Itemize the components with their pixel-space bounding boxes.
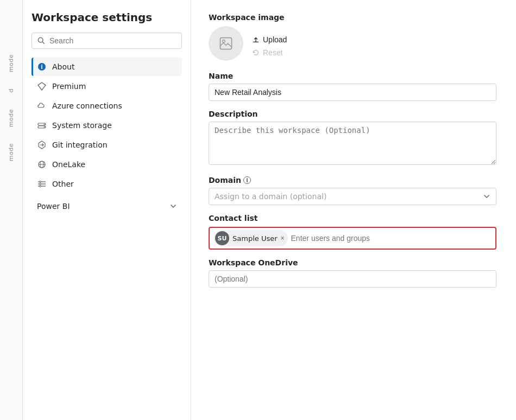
- name-field: Name: [209, 72, 499, 101]
- page-title: Workspace settings: [32, 11, 182, 24]
- nav-sidebar: Workspace settings i About: [23, 0, 191, 420]
- svg-text:i: i: [41, 64, 42, 70]
- chevron-down-icon: [170, 203, 177, 209]
- storage-icon: [37, 120, 47, 130]
- sidebar-label-about: About: [52, 62, 74, 71]
- workspace-image-section: Workspace image: [209, 13, 499, 61]
- workspace-image-placeholder: [209, 26, 243, 61]
- search-icon: [37, 37, 45, 44]
- description-field: Description: [209, 110, 499, 167]
- svg-rect-19: [221, 38, 232, 49]
- main-panel: Workspace settings i About: [23, 0, 516, 420]
- contact-chip: SU Sample User ×: [214, 230, 288, 246]
- sidebar-label-premium: Premium: [52, 82, 86, 91]
- image-actions: Upload Reset: [252, 29, 287, 58]
- sidebar-item-storage[interactable]: System storage: [32, 116, 182, 135]
- domain-info-icon: i: [243, 176, 251, 184]
- left-strip: mode d mode mode: [0, 0, 23, 420]
- onedrive-input[interactable]: [209, 270, 496, 288]
- other-icon: [37, 179, 47, 189]
- onedrive-field: Workspace OneDrive: [209, 258, 499, 288]
- image-icon: [218, 36, 234, 51]
- contact-list-field: Contact list SU Sample User ×: [209, 214, 499, 250]
- search-input[interactable]: [49, 36, 176, 45]
- section-label-powerbi: Power BI: [37, 202, 70, 211]
- svg-marker-4: [38, 82, 46, 90]
- sidebar-label-other: Other: [52, 180, 74, 188]
- description-label: Description: [209, 110, 499, 118]
- sidebar-item-premium[interactable]: Premium: [32, 77, 182, 96]
- description-textarea[interactable]: [209, 122, 496, 165]
- sidebar-label-onelake: OneLake: [52, 160, 85, 169]
- nav-section-powerbi[interactable]: Power BI: [32, 198, 182, 215]
- domain-dropdown[interactable]: Assign to a domain (optional): [209, 188, 496, 205]
- onelake-icon: [37, 160, 47, 169]
- svg-point-8: [44, 126, 45, 128]
- domain-field: Domain i Assign to a domain (optional): [209, 176, 499, 205]
- sidebar-label-azure: Azure connections: [52, 101, 122, 110]
- sidebar-item-onelake[interactable]: OneLake: [32, 155, 182, 174]
- reset-label: Reset: [263, 48, 283, 57]
- search-box[interactable]: [32, 33, 182, 49]
- domain-placeholder: Assign to a domain (optional): [215, 192, 326, 201]
- contact-list-container[interactable]: SU Sample User ×: [209, 227, 496, 250]
- svg-point-18: [40, 186, 41, 187]
- strip-label-2: d: [8, 88, 15, 92]
- contact-remove-button[interactable]: ×: [281, 235, 285, 241]
- sidebar-item-git[interactable]: Git integration: [32, 136, 182, 154]
- svg-line-1: [42, 42, 44, 43]
- upload-button[interactable]: Upload: [252, 34, 287, 45]
- diamond-icon: [37, 81, 47, 91]
- svg-point-20: [223, 40, 225, 43]
- sidebar-label-storage: System storage: [52, 121, 112, 130]
- strip-label-4: mode: [8, 143, 15, 161]
- upload-label: Upload: [263, 35, 287, 44]
- chevron-down-icon: [483, 193, 490, 200]
- cloud-icon: [37, 101, 47, 111]
- reset-button[interactable]: Reset: [252, 47, 287, 58]
- workspace-image-label: Workspace image: [209, 13, 287, 22]
- sidebar-item-other[interactable]: Other: [32, 175, 182, 193]
- name-label: Name: [209, 72, 499, 80]
- strip-label-3: mode: [8, 109, 15, 127]
- content-area: Workspace image: [191, 0, 516, 420]
- contact-avatar: SU: [215, 231, 229, 245]
- svg-point-16: [40, 181, 41, 183]
- sidebar-item-azure[interactable]: Azure connections: [32, 97, 182, 115]
- onedrive-label: Workspace OneDrive: [209, 258, 499, 267]
- strip-label-1: mode: [8, 54, 15, 72]
- name-input[interactable]: [209, 84, 496, 101]
- upload-icon: [252, 36, 260, 43]
- sidebar-label-git: Git integration: [52, 141, 108, 149]
- info-circle-icon: i: [37, 62, 47, 72]
- contact-list-label: Contact list: [209, 214, 499, 222]
- svg-point-17: [40, 183, 41, 185]
- contact-name: Sample User: [232, 234, 278, 243]
- domain-label: Domain i: [209, 176, 499, 184]
- contact-input[interactable]: [291, 234, 491, 243]
- svg-point-7: [44, 124, 45, 125]
- git-icon: [37, 140, 47, 150]
- reset-icon: [252, 49, 260, 56]
- sidebar-item-about[interactable]: i About: [32, 58, 182, 76]
